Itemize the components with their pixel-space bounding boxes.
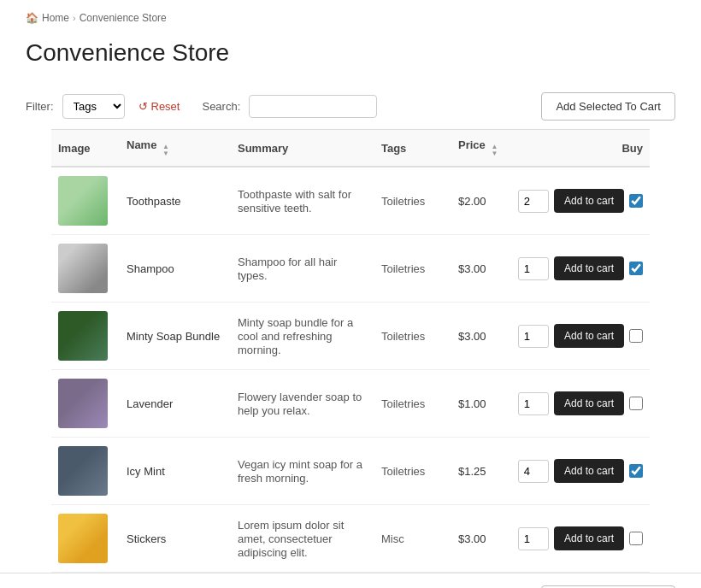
price-sort-arrows: ▲▼: [491, 144, 498, 157]
table-row: Shampoo Shampoo for all hair types. Toil…: [51, 235, 650, 303]
filter-label: Filter:: [26, 100, 54, 113]
home-icon: 🏠: [26, 12, 38, 24]
product-summary: Lorem ipsum dolor sit amet, consectetuer…: [238, 519, 344, 559]
product-tags: Toiletries: [381, 195, 425, 208]
product-image-cell: [51, 167, 120, 235]
product-image: [58, 176, 108, 226]
breadcrumb-separator: ›: [73, 13, 76, 23]
product-name: Stickers: [127, 532, 166, 545]
product-name-cell: Stickers: [120, 505, 231, 573]
select-checkbox[interactable]: [629, 532, 643, 545]
product-image: [58, 244, 108, 293]
table-header-row: Image Name ▲▼ Summary Tags Price ▲▼ Buy: [51, 130, 650, 168]
select-checkbox[interactable]: [629, 329, 643, 343]
reset-button[interactable]: ↺ Reset: [133, 97, 186, 116]
quantity-input[interactable]: [518, 527, 549, 550]
product-buy-cell: Add to cart: [511, 167, 650, 235]
table-row: Stickers Lorem ipsum dolor sit amet, con…: [51, 505, 650, 573]
product-price-cell: $1.25: [451, 438, 511, 505]
header-image: Image: [51, 130, 120, 168]
buy-controls: Add to cart: [518, 459, 643, 483]
product-price: $2.00: [458, 195, 486, 208]
quantity-input[interactable]: [518, 392, 549, 415]
breadcrumb-current: Convenience Store: [80, 12, 167, 24]
breadcrumb-home[interactable]: Home: [42, 12, 69, 24]
product-name-cell: Lavender: [120, 370, 231, 438]
product-name: Shampoo: [127, 262, 174, 275]
buy-controls: Add to cart: [518, 391, 643, 415]
product-image: [58, 311, 108, 361]
product-summary-cell: Vegan icy mint soap for a fresh morning.: [231, 438, 374, 505]
product-name-cell: Icy Mint: [120, 438, 231, 505]
product-price: $3.00: [458, 532, 486, 545]
select-checkbox[interactable]: [629, 464, 643, 478]
add-to-cart-button[interactable]: Add to cart: [554, 189, 624, 213]
product-image: [58, 514, 108, 563]
product-image-cell: [51, 370, 120, 438]
product-tags: Misc: [381, 532, 404, 545]
filter-select[interactable]: Tags Price Name: [62, 94, 125, 119]
select-checkbox[interactable]: [629, 397, 643, 410]
add-to-cart-button[interactable]: Add to cart: [554, 391, 624, 415]
product-price-cell: $3.00: [451, 505, 511, 573]
select-checkbox[interactable]: [629, 194, 643, 208]
header-price[interactable]: Price ▲▼: [451, 130, 511, 168]
product-tags: Toiletries: [381, 397, 425, 410]
buy-controls: Add to cart: [518, 189, 643, 213]
header-tags: Tags: [374, 130, 451, 168]
buy-controls: Add to cart: [518, 526, 643, 550]
buy-controls: Add to cart: [518, 324, 643, 348]
product-tags-cell: Toiletries: [374, 303, 451, 370]
product-image: [58, 446, 108, 496]
add-to-cart-button[interactable]: Add to cart: [554, 526, 624, 550]
page-title: Convenience Store: [0, 31, 701, 84]
buy-controls: Add to cart: [518, 256, 643, 280]
table-row: Toothpaste Toothpaste with salt for sens…: [51, 167, 650, 235]
product-summary-cell: Minty soap bundle for a cool and refresh…: [231, 303, 374, 370]
select-checkbox[interactable]: [629, 262, 643, 275]
product-name-cell: Shampoo: [120, 235, 231, 303]
product-buy-cell: Add to cart: [511, 438, 650, 505]
reset-icon: ↺: [138, 100, 148, 113]
table-row: Icy Mint Vegan icy mint soap for a fresh…: [51, 438, 650, 505]
product-image-cell: [51, 505, 120, 573]
quantity-input[interactable]: [518, 325, 549, 348]
product-summary: Minty soap bundle for a cool and refresh…: [238, 316, 353, 356]
product-price: $3.00: [458, 330, 486, 343]
product-tags-cell: Toiletries: [374, 167, 451, 235]
product-buy-cell: Add to cart: [511, 370, 650, 438]
product-summary: Vegan icy mint soap for a fresh morning.: [238, 458, 362, 485]
product-tags-cell: Toiletries: [374, 438, 451, 505]
product-image-cell: [51, 235, 120, 303]
quantity-input[interactable]: [518, 190, 549, 213]
products-table: Image Name ▲▼ Summary Tags Price ▲▼ Buy: [51, 129, 650, 573]
product-tags-cell: Toiletries: [374, 370, 451, 438]
product-price-cell: $3.00: [451, 303, 511, 370]
product-summary-cell: Toothpaste with salt for sensitive teeth…: [231, 167, 374, 235]
search-label: Search:: [202, 100, 240, 113]
product-price: $1.00: [458, 397, 486, 410]
header-name[interactable]: Name ▲▼: [120, 130, 231, 168]
search-input[interactable]: [249, 95, 377, 118]
product-name-cell: Toothpaste: [120, 167, 231, 235]
product-summary: Flowery lavender soap to help you relax.: [238, 391, 362, 417]
toolbar: Filter: Tags Price Name ↺ Reset Search: …: [0, 84, 701, 129]
add-to-cart-button[interactable]: Add to cart: [554, 256, 624, 280]
header-buy: Buy: [511, 130, 650, 168]
product-tags: Toiletries: [381, 262, 425, 275]
product-name: Lavender: [127, 397, 173, 410]
products-table-wrapper: Image Name ▲▼ Summary Tags Price ▲▼ Buy: [0, 129, 701, 573]
product-tags-cell: Misc: [374, 505, 451, 573]
quantity-input[interactable]: [518, 460, 549, 483]
product-summary: Toothpaste with salt for sensitive teeth…: [238, 188, 351, 215]
table-row: Lavender Flowery lavender soap to help y…: [51, 370, 650, 438]
add-to-cart-button[interactable]: Add to cart: [554, 324, 624, 348]
breadcrumb: 🏠 Home › Convenience Store: [0, 0, 701, 31]
product-tags: Toiletries: [381, 330, 425, 343]
add-to-cart-button[interactable]: Add to cart: [554, 459, 624, 483]
product-buy-cell: Add to cart: [511, 303, 650, 370]
product-summary-cell: Lorem ipsum dolor sit amet, consectetuer…: [231, 505, 374, 573]
table-row: Minty Soap Bundle Minty soap bundle for …: [51, 303, 650, 370]
add-selected-top-button[interactable]: Add Selected To Cart: [541, 92, 675, 121]
quantity-input[interactable]: [518, 257, 549, 280]
